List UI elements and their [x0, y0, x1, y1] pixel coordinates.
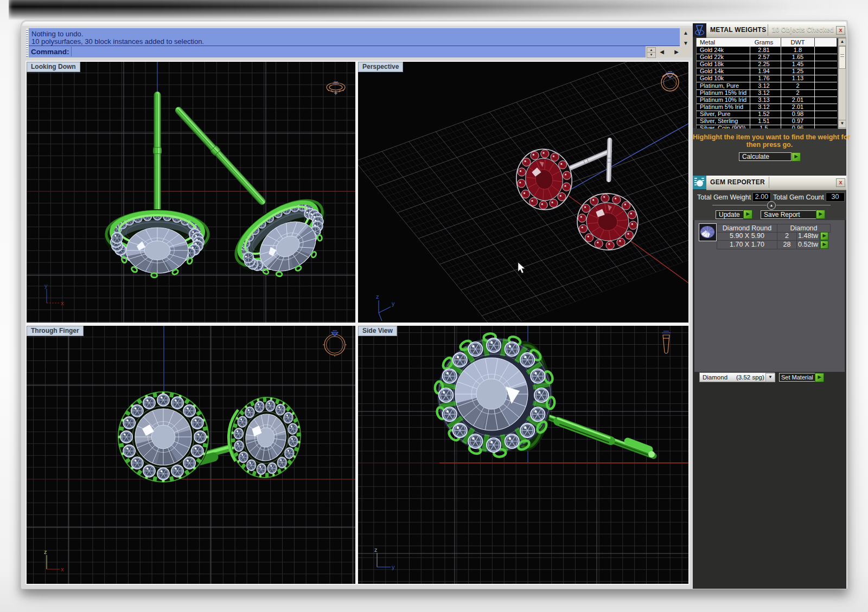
svg-text:z: z [376, 293, 379, 300]
svg-text:y: y [392, 300, 395, 307]
svg-text:x: x [61, 300, 64, 306]
svg-text:y: y [44, 282, 48, 289]
svg-text:z: z [374, 546, 378, 553]
svg-text:x: x [61, 566, 64, 572]
svg-text:y: y [392, 564, 395, 570]
svg-text:x: x [381, 321, 384, 323]
svg-text:z: z [44, 549, 47, 555]
